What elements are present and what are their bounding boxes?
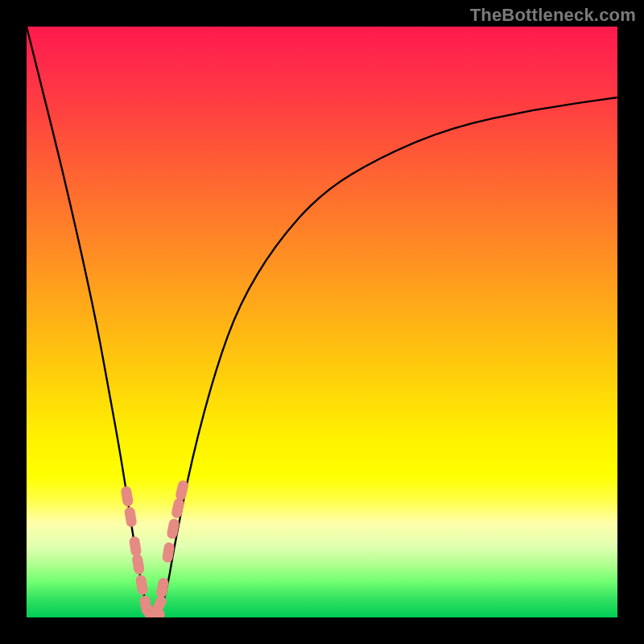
marker bbox=[177, 503, 180, 513]
marker bbox=[130, 512, 131, 522]
curve-path bbox=[27, 27, 617, 617]
marker bbox=[181, 485, 184, 495]
watermark-text: TheBottleneck.com bbox=[470, 5, 636, 26]
marker bbox=[126, 492, 128, 502]
chart-svg bbox=[27, 27, 617, 617]
marker bbox=[134, 542, 136, 551]
marker bbox=[167, 547, 169, 557]
marker bbox=[138, 559, 139, 569]
marker bbox=[162, 583, 163, 592]
marker bbox=[141, 580, 142, 590]
chart-frame: TheBottleneck.com bbox=[0, 0, 644, 644]
bottleneck-curve bbox=[27, 27, 617, 617]
marker bbox=[172, 524, 174, 534]
marker bbox=[157, 601, 161, 610]
plot-area bbox=[27, 27, 617, 617]
